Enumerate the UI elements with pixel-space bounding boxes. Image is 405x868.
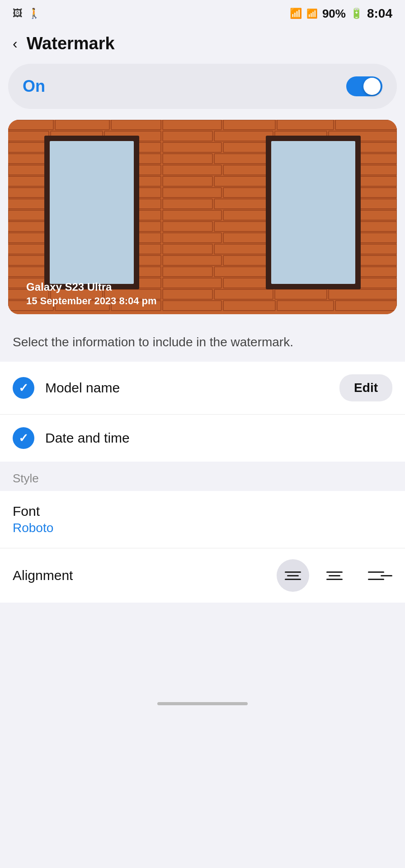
svg-rect-4 [163,120,221,130]
align-right-button[interactable] [360,559,392,592]
status-bar-left: 🖼 🚶 [13,8,40,19]
align-left-button[interactable] [277,559,309,592]
svg-rect-88 [163,255,221,265]
svg-rect-22 [8,154,49,164]
photo-icon: 🖼 [13,8,23,19]
svg-rect-81 [163,244,212,254]
model-name-option: ✓ Model name Edit [0,362,405,415]
align-line-r2 [381,575,392,576]
svg-rect-8 [8,131,49,141]
brick-wall-svg: Galaxy S23 Ultra 15 September 2023 8:04 … [8,120,397,314]
svg-rect-11 [163,131,212,141]
page-title: Watermark [27,34,115,53]
align-line-r1 [368,571,384,573]
check-icon-2: ✓ [19,431,28,445]
svg-rect-74 [163,233,221,243]
svg-rect-116 [163,301,221,311]
battery-icon: 🔋 [350,8,363,19]
date-time-option: ✓ Date and time [0,415,405,462]
svg-rect-36 [8,176,49,186]
align-center-button[interactable] [318,559,351,592]
person-icon: 🚶 [28,8,40,19]
watermark-toggle[interactable] [346,76,382,96]
description-text: Select the information to include in the… [0,325,405,362]
svg-rect-32 [163,165,221,175]
svg-rect-95 [163,267,212,277]
spacer [0,603,405,693]
align-line-c3 [326,579,343,580]
align-line-3 [285,579,301,580]
align-line-1 [285,571,301,573]
back-button[interactable]: ‹ [9,33,21,54]
style-label: Style [13,472,39,485]
svg-rect-6 [277,120,334,130]
svg-rect-7 [335,120,397,130]
style-card: Font Roboto Alignment [0,491,405,603]
style-section-header: Style [0,462,405,491]
check-icon: ✓ [19,381,28,395]
svg-rect-39 [163,176,212,186]
svg-rect-117 [223,301,275,311]
svg-rect-26 [214,154,273,164]
svg-rect-112 [329,289,397,299]
align-line-2 [287,575,299,576]
status-bar-right: 📶 📶 90% 🔋 8:04 [290,6,392,21]
svg-rect-119 [335,301,397,311]
model-name-check[interactable]: ✓ [13,377,34,399]
date-time-check[interactable]: ✓ [13,427,34,449]
svg-rect-3 [111,120,161,130]
svg-rect-96 [214,267,273,277]
svg-text:15 September 2023 8:04 pm: 15 September 2023 8:04 pm [26,295,157,307]
svg-rect-64 [8,222,49,231]
svg-text:Galaxy S23 Ultra: Galaxy S23 Ultra [26,281,112,293]
alignment-label: Alignment [13,568,268,583]
svg-rect-1 [8,120,53,130]
time-label: 8:04 [367,6,392,21]
align-line-c1 [326,571,343,573]
svg-rect-60 [163,210,221,220]
svg-rect-25 [163,154,212,164]
svg-rect-123 [271,141,355,284]
home-indicator [0,693,405,719]
alignment-row: Alignment [0,548,405,603]
align-line-r3 [368,579,384,580]
align-line-c2 [329,575,340,576]
svg-rect-54 [214,199,273,209]
date-time-label: Date and time [45,430,392,446]
svg-rect-109 [163,289,212,299]
svg-rect-5 [223,120,275,130]
svg-rect-78 [8,244,49,254]
preview-image: Galaxy S23 Ultra 15 September 2023 8:04 … [8,120,397,314]
svg-rect-50 [8,199,49,209]
toggle-label: On [23,77,45,96]
svg-rect-118 [277,301,334,311]
font-label: Font [13,504,392,519]
wifi-icon: 📶 [290,8,302,19]
model-name-label: Model name [45,380,329,396]
header: ‹ Watermark [0,25,405,64]
svg-rect-68 [214,222,273,231]
svg-rect-121 [50,141,134,284]
svg-rect-111 [275,289,327,299]
watermark-toggle-row: On [8,64,397,109]
svg-rect-53 [163,199,212,209]
svg-rect-40 [214,176,273,186]
battery-label: 90% [322,7,346,21]
status-bar: 🖼 🚶 📶 📶 90% 🔋 8:04 [0,0,405,25]
svg-rect-110 [214,289,273,299]
options-card: ✓ Model name Edit ✓ Date and time [0,362,405,462]
edit-button[interactable]: Edit [339,374,392,401]
font-value: Roboto [13,521,392,535]
svg-rect-102 [163,278,221,288]
signal-icon: 📶 [306,8,318,19]
svg-rect-12 [214,131,273,141]
svg-rect-46 [163,188,221,198]
svg-rect-18 [163,142,221,152]
svg-rect-82 [214,244,273,254]
svg-rect-2 [55,120,109,130]
toggle-knob [363,78,381,95]
home-bar [157,702,248,705]
svg-rect-67 [163,222,212,231]
font-row[interactable]: Font Roboto [0,491,405,548]
svg-rect-92 [8,267,49,277]
